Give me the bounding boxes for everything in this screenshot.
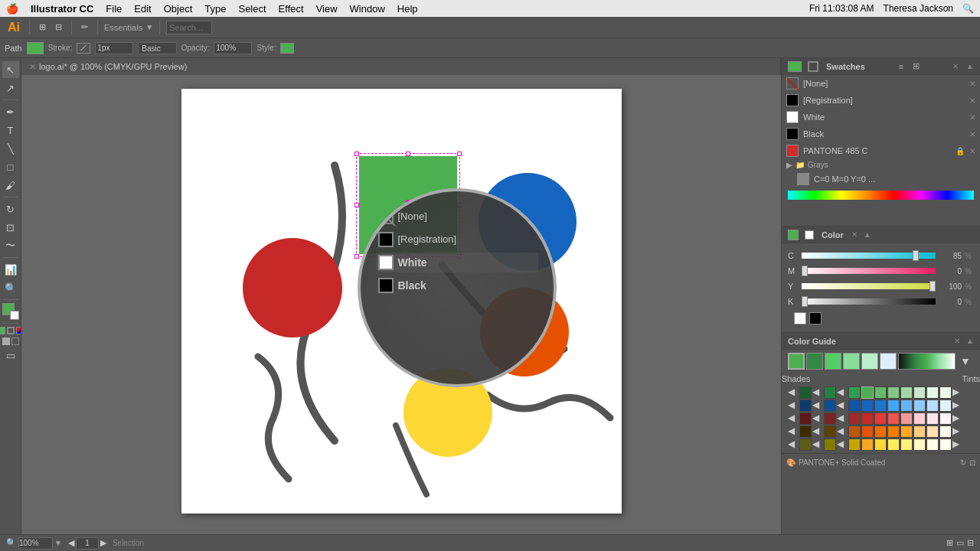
k-slider[interactable] xyxy=(802,298,936,305)
grid-cell[interactable] xyxy=(874,399,887,412)
grid-cell[interactable] xyxy=(913,399,926,412)
swatches-panel-collapse[interactable]: ▲ xyxy=(966,62,974,70)
row5-rarrow[interactable]: ▶ xyxy=(952,439,963,449)
fill-color-box[interactable] xyxy=(27,42,44,54)
grid-cell[interactable] xyxy=(861,439,874,451)
white-swatch-box[interactable] xyxy=(794,312,806,324)
row3-arrow2[interactable]: ◀ xyxy=(812,412,823,423)
grid-cell[interactable] xyxy=(900,386,913,399)
grid-cell[interactable] xyxy=(848,425,861,438)
grid-cell[interactable] xyxy=(799,425,812,438)
next-page-icon[interactable]: ▶ xyxy=(100,538,106,548)
grid-cell[interactable] xyxy=(913,425,926,438)
row1-arrow2[interactable]: ◀ xyxy=(812,386,823,397)
grid-cell[interactable] xyxy=(926,439,939,451)
color-panel-swatch2[interactable] xyxy=(805,230,814,240)
grid-cell[interactable] xyxy=(913,439,926,451)
grid-cell[interactable] xyxy=(900,425,913,438)
m-slider[interactable] xyxy=(802,268,936,274)
c-thumb[interactable] xyxy=(913,250,919,261)
grid-cell[interactable] xyxy=(848,399,861,412)
doc-close-icon[interactable]: ✕ xyxy=(29,62,36,72)
m-thumb[interactable] xyxy=(802,266,808,276)
blue-circle[interactable] xyxy=(479,173,577,271)
apple-menu[interactable]: 🍎 xyxy=(6,3,18,15)
swatch-registration-delete[interactable]: ✕ xyxy=(969,96,975,105)
grid-cell[interactable] xyxy=(939,439,952,451)
guide-swatch-3[interactable] xyxy=(843,353,860,370)
row2-arrow2[interactable]: ◀ xyxy=(812,399,823,410)
grid-cell[interactable] xyxy=(887,399,900,412)
black-swatch-box[interactable] xyxy=(809,312,822,324)
grid-cell[interactable] xyxy=(799,399,812,412)
select-tool[interactable]: ↖ xyxy=(2,61,19,78)
stroke-mode-button[interactable] xyxy=(7,327,15,334)
grid-cell[interactable] xyxy=(926,386,939,399)
stroke-indicator[interactable] xyxy=(10,311,19,320)
grid-cell[interactable] xyxy=(887,386,900,399)
menu-file[interactable]: File xyxy=(106,3,122,15)
stroke-width-input[interactable] xyxy=(95,42,133,54)
row4-arrow[interactable]: ◀ xyxy=(788,425,799,436)
doc-tab[interactable]: ✕ logo.ai* @ 100% (CMYK/GPU Preview) xyxy=(21,58,781,75)
grid-cell[interactable] xyxy=(799,386,812,399)
menu-help[interactable]: Help xyxy=(397,3,418,15)
y-thumb[interactable] xyxy=(929,281,936,292)
grid-cell[interactable] xyxy=(939,386,952,399)
swatch-white[interactable]: White ✕ xyxy=(782,109,980,126)
stroke-color-box[interactable] xyxy=(77,43,90,54)
search-input[interactable] xyxy=(166,21,212,34)
prev-page-icon[interactable]: ◀ xyxy=(68,538,74,548)
grid-cell[interactable] xyxy=(900,412,913,425)
color-panel-swatch1[interactable] xyxy=(788,230,799,240)
arrange-button[interactable]: ⊟ xyxy=(52,21,65,34)
transform-button[interactable]: ⊞ xyxy=(36,21,49,34)
style-color-box[interactable] xyxy=(280,43,294,54)
spectrum-bar[interactable] xyxy=(788,191,974,200)
artboard[interactable]: [None] [Registration] White Black xyxy=(181,89,622,514)
swatches-grid-icon[interactable]: ⊞ xyxy=(910,60,923,73)
guide-dropdown[interactable]: ▼ xyxy=(957,353,974,370)
guide-swatch-1[interactable] xyxy=(806,353,823,370)
c-slider[interactable] xyxy=(802,253,936,259)
row5-arrow3[interactable]: ◀ xyxy=(837,439,848,449)
grid-cell[interactable] xyxy=(887,425,900,438)
red-circle[interactable] xyxy=(243,238,342,337)
grid-cell-active[interactable] xyxy=(861,386,874,399)
opacity-input[interactable] xyxy=(214,42,252,54)
swatch-registration[interactable]: [Registration] ✕ xyxy=(782,92,980,109)
green-circle[interactable] xyxy=(359,156,457,254)
row3-rarrow[interactable]: ▶ xyxy=(952,412,963,423)
fill-mode-button[interactable] xyxy=(0,327,5,334)
grid-cell[interactable] xyxy=(824,439,836,451)
shape-tool[interactable]: □ xyxy=(2,158,19,175)
rotate-tool[interactable]: ↻ xyxy=(2,201,19,217)
menu-select[interactable]: Select xyxy=(238,3,266,15)
menu-view[interactable]: View xyxy=(316,3,338,15)
graph-tool[interactable]: 📊 xyxy=(2,261,19,278)
color-guide-collapse[interactable]: ▲ xyxy=(966,337,974,345)
row2-arrow3[interactable]: ◀ xyxy=(837,399,848,410)
swatches-menu-icon[interactable]: ≡ xyxy=(895,60,907,73)
zoom-tool[interactable]: 🔍 xyxy=(2,279,19,296)
y-slider[interactable] xyxy=(802,283,936,289)
menu-effect[interactable]: Effect xyxy=(279,3,304,15)
swatch-group-grays[interactable]: ▶ 📁 Grays xyxy=(782,159,980,171)
line-tool[interactable]: ╲ xyxy=(2,140,19,157)
row2-arrow[interactable]: ◀ xyxy=(788,399,799,410)
swatches-header-color[interactable] xyxy=(788,61,802,72)
swatch-gray[interactable]: C=0 M=0 Y=0 ... xyxy=(782,171,980,187)
guide-settings-icon[interactable]: ⊡ xyxy=(969,458,975,467)
grid-cell[interactable] xyxy=(848,386,861,399)
grid-cell[interactable] xyxy=(939,399,952,412)
grid-cell[interactable] xyxy=(913,386,926,399)
grid-cell[interactable] xyxy=(861,412,874,425)
grid-cell[interactable] xyxy=(799,439,812,451)
grid-cell[interactable] xyxy=(926,399,939,412)
swatches-panel-close[interactable]: ✕ xyxy=(952,62,959,70)
row4-arrow3[interactable]: ◀ xyxy=(837,425,848,436)
grid-cell[interactable] xyxy=(874,412,887,425)
guide-active-swatch[interactable] xyxy=(788,353,805,370)
row3-arrow[interactable]: ◀ xyxy=(788,412,799,423)
stroke-type-select[interactable]: Basic xyxy=(138,42,176,54)
